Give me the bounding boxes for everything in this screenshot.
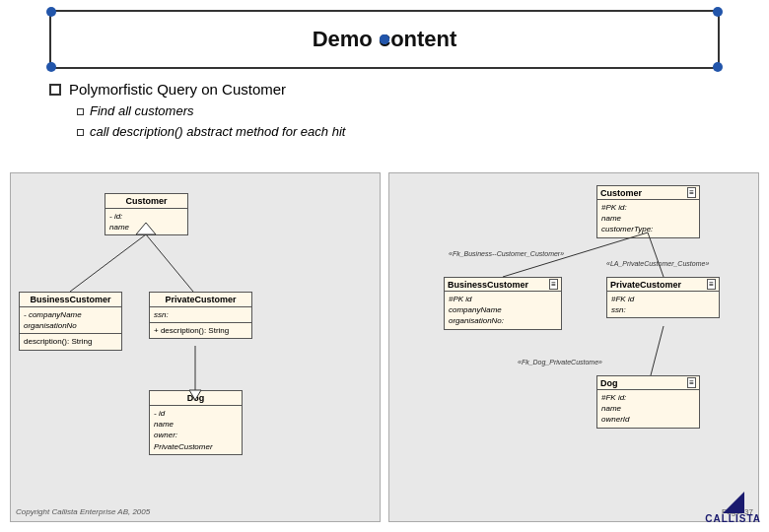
customer-box-right-title: Customer: [600, 188, 642, 198]
businesscustomer-box-right-title: BusinessCustomer: [448, 280, 528, 290]
corner-bl: [46, 62, 56, 72]
svg-line-7: [651, 326, 664, 375]
privatecustomer-box-left: PrivateCustomer ssn: + description(): St…: [149, 292, 252, 339]
page-title: Demo content: [313, 27, 457, 52]
businesscustomer-box-right: BusinessCustomer ≡ #PK idcompanyNameorga…: [444, 277, 562, 330]
privatecustomer-box-left-title: PrivateCustomer: [165, 295, 236, 304]
dog-box-right-title: Dog: [600, 378, 618, 388]
corner-tl: [46, 7, 56, 17]
customer-box-left: Customer - id:name: [105, 193, 188, 235]
callista-triangle-icon: [723, 492, 744, 513]
note-icon-customer: ≡: [687, 187, 696, 198]
dog-box-right: Dog ≡ #FK id:nameownerId: [596, 375, 700, 429]
main-bullet-text: Polymorfistic Query on Customer: [69, 81, 286, 98]
corner-br: [713, 62, 723, 72]
businesscustomer-box-left-title: BusinessCustomer: [30, 295, 110, 304]
customer-box-right: Customer ≡ #PK id:namecustomerType:: [596, 185, 700, 238]
note-icon-dog: ≡: [687, 377, 696, 388]
bullet-square-icon: [49, 84, 61, 96]
privatecustomer-box-right-title: PrivateCustomer: [610, 280, 681, 290]
callista-text: CALLISTA: [705, 513, 761, 524]
main-bullet: Polymorfistic Query on Customer: [49, 81, 345, 98]
relation-label-2: «LA_PrivateCustomer_Custome»: [606, 260, 709, 267]
relation-label-3: «Fk_Dog_PrivateCustome»: [518, 359, 602, 366]
svg-line-1: [146, 234, 193, 292]
note-icon-bc: ≡: [549, 279, 558, 290]
customer-box-left-title: Customer: [125, 196, 167, 206]
svg-line-0: [70, 234, 146, 292]
corner-tr: [713, 7, 723, 17]
left-diagram-panel: Customer - id:name BusinessCustomer - co…: [10, 172, 381, 522]
sub-bullet-2: call description() abstract method for e…: [77, 122, 345, 143]
right-diagram-panel: Customer ≡ #PK id:namecustomerType: «Fk_…: [388, 172, 759, 522]
callista-logo: CALLISTA: [705, 492, 761, 524]
title-box: Demo content: [49, 10, 720, 69]
right-diagram-arrows: [389, 173, 758, 521]
privatecustomer-box-right: PrivateCustomer ≡ #FK idssn:: [606, 277, 720, 318]
sub-bullet-marker-1: [77, 108, 84, 115]
svg-line-6: [648, 233, 664, 277]
note-icon-pc: ≡: [707, 279, 716, 290]
sub-bullet-1: Find all customers: [77, 101, 345, 122]
relation-label-1: «Fk_Business--Customer_Customer»: [449, 250, 564, 257]
businesscustomer-box-left: BusinessCustomer - companyNameorganisati…: [19, 292, 122, 351]
dog-box-left: Dog - idnameowner: PrivateCustomer: [149, 390, 243, 455]
bullets-section: Polymorfistic Query on Customer Find all…: [49, 81, 345, 143]
sub-bullet-marker-2: [77, 129, 84, 136]
sub-bullet-1-text: Find all customers: [90, 101, 193, 122]
copyright-left: Copyright Callista Enterprise AB, 2005: [16, 507, 150, 516]
sub-bullets: Find all customers call description() ab…: [77, 101, 345, 143]
diagrams-container: Customer - id:name BusinessCustomer - co…: [10, 172, 759, 522]
sub-bullet-2-text: call description() abstract method for e…: [90, 122, 345, 143]
dog-box-left-title: Dog: [187, 393, 205, 403]
